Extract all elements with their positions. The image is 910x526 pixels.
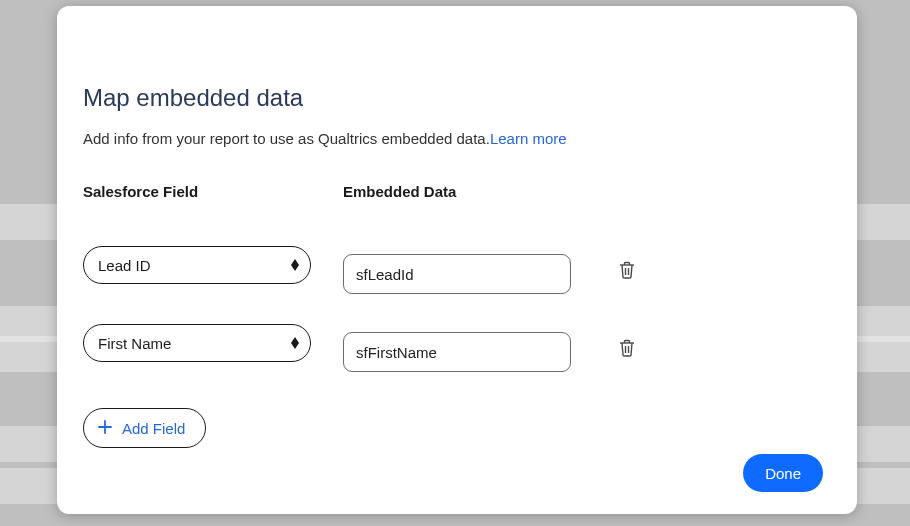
salesforce-field-value: Lead ID [98, 257, 151, 274]
add-field-button[interactable]: Add Field [83, 408, 206, 448]
column-headers: Salesforce Field Embedded Data [83, 183, 823, 200]
modal-description: Add info from your report to use as Qual… [83, 130, 823, 147]
column-header-salesforce: Salesforce Field [83, 183, 343, 200]
learn-more-link[interactable]: Learn more [490, 130, 567, 147]
modal-title: Map embedded data [83, 84, 823, 112]
mapping-rows: Lead ID [83, 236, 823, 372]
salesforce-field-value: First Name [98, 335, 171, 352]
plus-icon [98, 420, 112, 437]
delete-row-button[interactable] [619, 337, 639, 359]
column-header-embedded: Embedded Data [343, 183, 603, 200]
trash-icon [619, 339, 639, 357]
salesforce-field-select[interactable]: Lead ID [83, 246, 311, 284]
salesforce-field-select[interactable]: First Name [83, 324, 311, 362]
embedded-data-input[interactable] [343, 254, 571, 294]
mapping-row: Lead ID [83, 236, 823, 294]
mapping-row: First Name [83, 314, 823, 372]
modal-description-text: Add info from your report to use as Qual… [83, 130, 490, 147]
map-embedded-data-modal: Map embedded data Add info from your rep… [57, 6, 857, 514]
trash-icon [619, 261, 639, 279]
done-button[interactable]: Done [743, 454, 823, 492]
add-field-label: Add Field [122, 420, 185, 437]
delete-row-button[interactable] [619, 259, 639, 281]
embedded-data-input[interactable] [343, 332, 571, 372]
